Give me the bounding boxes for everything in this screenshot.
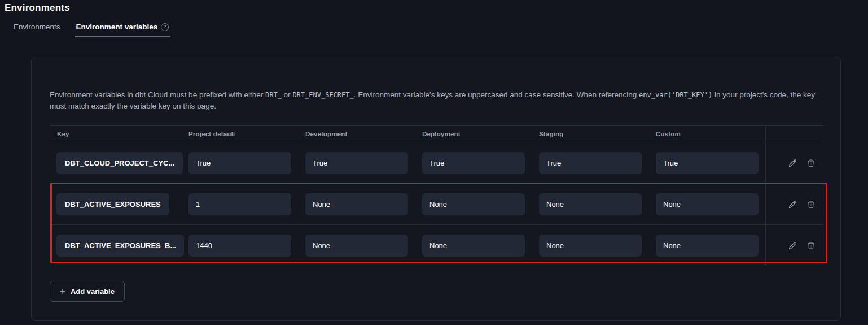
variable-key-field[interactable]: DBT_ACTIVE_EXPOSURES [56, 193, 169, 215]
staging-value-field[interactable]: None [539, 235, 642, 257]
edit-variable-button[interactable] [787, 198, 798, 210]
variable-key-field[interactable]: DBT_ACTIVE_EXPOSURES_B... [56, 235, 184, 257]
staging-value-field[interactable]: True [539, 152, 642, 174]
help-icon[interactable]: ? [161, 23, 169, 31]
trash-icon [806, 158, 816, 168]
add-variable-label: Add variable [71, 287, 115, 296]
variable-key-field[interactable]: DBT_CLOUD_PROJECT_CYC... [56, 152, 183, 174]
edit-variable-button[interactable] [787, 240, 798, 251]
code-env-var-reference: env_var('DBT_KEY') [639, 91, 712, 99]
table-header-row: Key Project default Development Deployme… [50, 125, 823, 142]
table-row: DBT_ACTIVE_EXPOSURES_B... 1440 None None… [50, 225, 823, 266]
table-row: DBT_CLOUD_PROJECT_CYC... True True True … [50, 142, 823, 184]
pencil-icon [788, 200, 797, 209]
page-title: Environments [5, 2, 868, 14]
project-default-value-field[interactable]: True [188, 152, 291, 174]
column-header-actions [765, 126, 823, 142]
code-dbt-prefix: DBT_ [265, 91, 282, 99]
plus-icon: + [60, 287, 65, 296]
column-header-deployment: Deployment [422, 131, 539, 137]
deployment-value-field[interactable]: None [422, 193, 525, 215]
prefix-requirements-note: Environment variables in dbt Cloud must … [50, 89, 822, 112]
pencil-icon [788, 241, 797, 250]
pencil-icon [788, 158, 797, 168]
trash-icon [806, 241, 816, 250]
add-variable-button[interactable]: + Add variable [50, 281, 125, 302]
development-value-field[interactable]: None [305, 235, 408, 257]
tab-bar: Environments Environment variables ? [12, 23, 868, 37]
column-header-custom: Custom [656, 131, 765, 137]
table-row: DBT_ACTIVE_EXPOSURES 1 None None None No… [50, 184, 823, 225]
column-header-staging: Staging [539, 131, 656, 137]
tab-environment-variables[interactable]: Environment variables ? [75, 23, 170, 37]
column-header-development: Development [305, 131, 422, 137]
project-default-value-field[interactable]: 1440 [188, 235, 291, 257]
environment-variables-table: Key Project default Development Deployme… [50, 125, 823, 266]
column-header-key: Key [50, 131, 188, 137]
edit-variable-button[interactable] [787, 157, 798, 168]
staging-value-field[interactable]: None [539, 193, 642, 215]
development-value-field[interactable]: None [305, 193, 408, 215]
deployment-value-field[interactable]: True [422, 152, 525, 174]
custom-value-field[interactable]: True [656, 152, 759, 174]
code-dbt-env-secret-prefix: DBT_ENV_SECRET_ [292, 91, 353, 99]
custom-value-field[interactable]: None [656, 193, 759, 215]
custom-value-field[interactable]: None [656, 235, 759, 257]
column-header-project-default: Project default [188, 131, 305, 137]
environment-variables-panel: Environment variables in dbt Cloud must … [31, 57, 841, 321]
tab-environments[interactable]: Environments [12, 23, 62, 37]
delete-variable-button[interactable] [805, 198, 817, 210]
delete-variable-button[interactable] [805, 240, 817, 251]
tab-environment-variables-label: Environment variables [76, 23, 158, 31]
deployment-value-field[interactable]: None [422, 235, 525, 257]
tab-environments-label: Environments [14, 23, 60, 31]
trash-icon [806, 200, 816, 209]
development-value-field[interactable]: True [305, 152, 408, 174]
project-default-value-field[interactable]: 1 [188, 193, 291, 215]
delete-variable-button[interactable] [805, 157, 817, 168]
